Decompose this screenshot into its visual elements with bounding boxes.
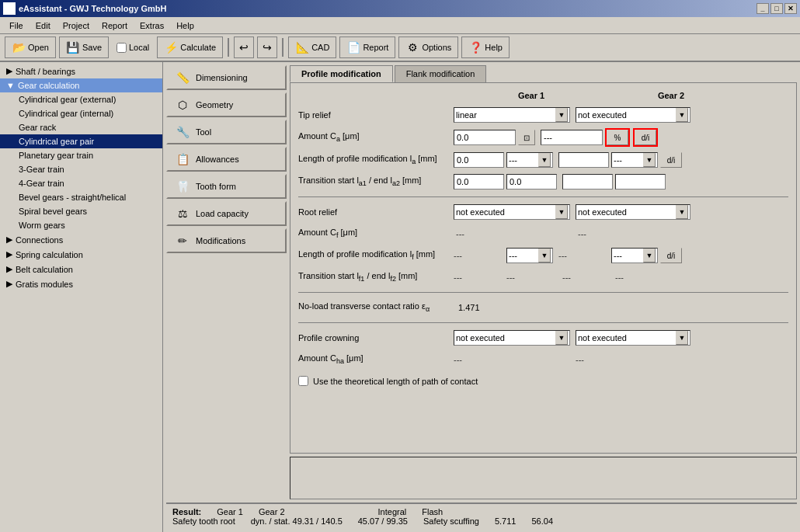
local-checkbox[interactable]	[117, 43, 127, 53]
length-profile-gear2-dropdown[interactable]: --- ▼	[611, 152, 658, 168]
menu-edit[interactable]: Edit	[30, 19, 57, 32]
bottom-text-area	[290, 457, 797, 499]
sidebar-group-shaft[interactable]: ▶ Shaft / bearings	[0, 64, 162, 78]
sidebar-item-spiral[interactable]: Spiral bevel gears	[0, 204, 162, 218]
modifications-button[interactable]: ✏ Modifications	[166, 228, 287, 253]
tab-profile-modification[interactable]: Profile modification	[290, 65, 393, 82]
sidebar-group-gear[interactable]: ▼ Gear calculation	[0, 78, 162, 92]
lf-dd2-arrow[interactable]: ▼	[643, 249, 656, 263]
transition-gear1b-input[interactable]	[506, 174, 557, 190]
length-di-button[interactable]: d/i	[660, 152, 682, 168]
crowning-gear1-dropdown[interactable]: not executed ▼	[454, 330, 570, 346]
sidebar-item-gear-rack[interactable]: Gear rack	[0, 120, 162, 134]
menu-project[interactable]: Project	[57, 19, 96, 32]
amount-ca-gear1-input[interactable]	[454, 130, 516, 145]
sidebar-group-belt[interactable]: ▶ Belt calculation	[0, 262, 162, 276]
close-button[interactable]: ✕	[784, 3, 797, 14]
separator-1	[228, 38, 229, 57]
length-profile-gear1-dropdown[interactable]: --- ▼	[506, 152, 553, 168]
tab-flank-modification[interactable]: Flank modification	[395, 65, 487, 82]
transition-gear2a-input[interactable]	[562, 174, 613, 190]
report-button[interactable]: 📄 Report	[339, 37, 395, 58]
crowning-gear2-arrow[interactable]: ▼	[676, 331, 688, 345]
length-profile-gear1-input[interactable]	[454, 152, 504, 168]
di-button[interactable]: d/i	[635, 130, 656, 145]
sidebar-item-cyl-pair[interactable]: Cylindrical gear pair	[0, 134, 162, 148]
undo-button[interactable]: ↩	[234, 37, 254, 58]
sidebar-item-planetary[interactable]: Planetary gear train	[0, 148, 162, 162]
amount-ca-calc-button[interactable]: ⊡	[518, 130, 535, 145]
sidebar-item-worm[interactable]: Worm gears	[0, 218, 162, 232]
crowning-gear2-dropdown[interactable]: not executed ▼	[576, 330, 690, 346]
length-profile-row: Length of profile modification la [mm] -…	[298, 151, 788, 169]
toolbar: 📂 Open 💾 Save Local ⚡ Calculate ↩ ↪ 📐 CA…	[0, 34, 800, 62]
tooth-form-button[interactable]: 🦷 Tooth form	[166, 174, 287, 199]
sidebar-group-spring[interactable]: ▶ Spring calculation	[0, 247, 162, 262]
geometry-button[interactable]: ⬡ Geometry	[166, 92, 287, 117]
tool-button[interactable]: 🔧 Tool	[166, 120, 287, 144]
length-dd1-arrow[interactable]: ▼	[538, 153, 551, 167]
cad-button[interactable]: 📐 CAD	[288, 37, 336, 58]
gear1-header-result: Gear 1	[217, 507, 243, 516]
root-relief-gear2-arrow[interactable]: ▼	[676, 205, 688, 219]
load-capacity-button[interactable]: ⚖ Load capacity	[166, 201, 287, 226]
transition-start-label: Transition start la1 / end la2 [mm]	[298, 176, 454, 187]
calculate-button[interactable]: ⚡ Calculate	[157, 37, 223, 58]
lf-gear1-dropdown[interactable]: --- ▼	[506, 248, 553, 263]
lf-dd1-arrow[interactable]: ▼	[538, 249, 551, 263]
sidebar-item-cyl-ext[interactable]: Cylindrical gear (external)	[0, 92, 162, 106]
percent-button[interactable]: %	[607, 130, 628, 145]
options-icon: ⚙	[405, 40, 419, 54]
transition-gear2b-input[interactable]	[615, 174, 666, 190]
main-layout: ▶ Shaft / bearings ▼ Gear calculation Cy…	[0, 62, 800, 532]
root-relief-gear1-dropdown[interactable]: not executed ▼	[454, 204, 570, 220]
tip-relief-gear2-arrow[interactable]: ▼	[676, 108, 688, 122]
root-relief-gear1-arrow[interactable]: ▼	[555, 205, 568, 219]
window-title: eAssistant - GWJ Technology GmbH	[19, 4, 167, 13]
sidebar: ▶ Shaft / bearings ▼ Gear calculation Cy…	[0, 62, 163, 532]
open-button[interactable]: 📂 Open	[5, 37, 56, 58]
save-button[interactable]: 💾 Save	[59, 37, 109, 58]
help-button[interactable]: ❓ Help	[461, 37, 510, 58]
connections-expand-icon: ▶	[6, 235, 12, 245]
tip-relief-gear1-dropdown[interactable]: linear ▼	[454, 107, 570, 123]
sidebar-item-3gear[interactable]: 3-Gear train	[0, 162, 162, 176]
minimize-button[interactable]: _	[757, 3, 769, 14]
lf-gear2-value: ---	[558, 251, 609, 260]
tab-bar: Profile modification Flank modification	[290, 65, 797, 82]
amount-ca-gear2-input[interactable]	[541, 130, 603, 145]
lf-di-button[interactable]: d/i	[660, 248, 682, 263]
maximize-button[interactable]: □	[770, 3, 783, 14]
menu-extras[interactable]: Extras	[134, 19, 170, 32]
length-lf-label: Length of profile modification lf [mm]	[298, 249, 454, 261]
tip-relief-gear2-dropdown[interactable]: not executed ▼	[576, 107, 690, 123]
result-bar: Result: Gear 1 Gear 2 Integral Flash Saf…	[166, 502, 797, 529]
options-button[interactable]: ⚙ Options	[398, 37, 458, 58]
open-icon: 📂	[12, 40, 26, 54]
sidebar-item-4gear[interactable]: 4-Gear train	[0, 176, 162, 190]
length-dd2-arrow[interactable]: ▼	[643, 153, 656, 167]
dimensioning-button[interactable]: 📏 Dimensioning	[166, 65, 287, 90]
menu-file[interactable]: File	[3, 19, 30, 32]
sidebar-group-gratis[interactable]: ▶ Gratis modules	[0, 276, 162, 291]
redo-button[interactable]: ↪	[257, 37, 277, 58]
tip-relief-gear1-arrow[interactable]: ▼	[555, 108, 568, 122]
checkbox-row: Use the theoretical length of path of co…	[298, 376, 788, 386]
menu-help[interactable]: Help	[170, 19, 200, 32]
sidebar-group-connections[interactable]: ▶ Connections	[0, 232, 162, 247]
path-of-contact-checkbox[interactable]	[298, 376, 308, 386]
length-profile-gear2-input[interactable]	[558, 152, 609, 168]
integral-label: Integral	[378, 507, 407, 516]
sidebar-item-cyl-int[interactable]: Cylindrical gear (internal)	[0, 106, 162, 120]
profile-crowning-inputs: not executed ▼ not executed ▼	[454, 330, 690, 346]
report-icon: 📄	[346, 40, 360, 54]
crowning-gear1-arrow[interactable]: ▼	[555, 331, 568, 345]
allowances-button[interactable]: 📋 Allowances	[166, 147, 287, 172]
root-relief-gear2-dropdown[interactable]: not executed ▼	[576, 204, 690, 220]
menu-report[interactable]: Report	[96, 19, 134, 32]
sidebar-item-bevel[interactable]: Bevel gears - straight/helical	[0, 190, 162, 204]
transition-gear1a-input[interactable]	[454, 174, 504, 190]
profile-crowning-label: Profile crowning	[298, 333, 454, 342]
di-button-highlighted: d/i	[633, 128, 658, 147]
lf-gear2-dropdown[interactable]: --- ▼	[611, 248, 658, 263]
